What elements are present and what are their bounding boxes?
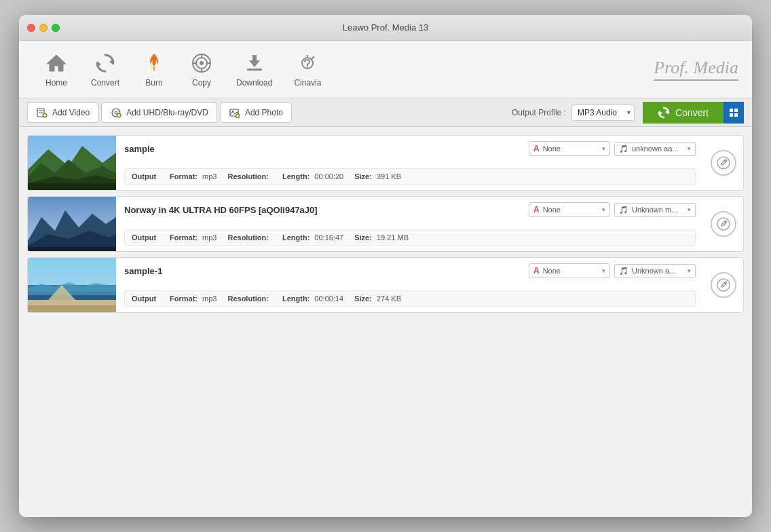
video-output-info: Output Format: mp3 Resolution: Length: 0…: [124, 229, 696, 246]
add-uhd-icon: [110, 107, 122, 119]
cinavia-icon: [295, 51, 320, 75]
svg-point-61: [717, 279, 730, 291]
output-profile-select[interactable]: MP3 Audio: [571, 104, 635, 121]
add-video-label: Add Video: [52, 108, 90, 117]
video-title: sample-1: [124, 266, 162, 276]
size-info: Size: 274 KB: [354, 294, 401, 303]
video-audio-dropdown[interactable]: 🎵 Unknown a... ▾: [614, 264, 696, 278]
profile-select-wrapper: MP3 Audio: [571, 104, 635, 121]
format-info: Format: mp3: [170, 294, 217, 303]
edit-icon: [717, 217, 730, 231]
svg-point-51: [717, 218, 730, 230]
dropdown-arrow-icon: ▾: [602, 267, 605, 274]
toolbar-home[interactable]: Home: [33, 45, 80, 93]
toolbar-copy-label: Copy: [192, 78, 211, 88]
add-photo-icon: [229, 107, 241, 119]
dropdown-arrow-icon: ▾: [688, 206, 691, 213]
video-audio-dropdown[interactable]: 🎵 Unknown m... ▾: [614, 203, 696, 217]
video-actions: [704, 197, 743, 251]
dropdown-arrow-icon: ▾: [602, 206, 605, 213]
svg-line-63: [721, 286, 722, 287]
svg-rect-36: [734, 109, 738, 112]
minimize-button[interactable]: [39, 24, 48, 32]
download-icon: [242, 51, 267, 75]
audio-value: unknown aa...: [632, 145, 679, 153]
video-header: sample A None ▾ 🎵 unknown aa... ▾: [124, 141, 696, 156]
thumbnail-image: [28, 136, 116, 190]
video-dropdowns: A None ▾ 🎵 Unknown a... ▾: [529, 263, 696, 278]
toolbar-cinavia[interactable]: Cinavia: [283, 45, 332, 93]
convert-side-button[interactable]: [723, 102, 744, 124]
toolbar-burn[interactable]: Burn: [130, 45, 178, 93]
video-subtitle-dropdown[interactable]: A None ▾: [529, 141, 610, 156]
svg-marker-2: [97, 61, 101, 67]
length-info: Length: 00:00:20: [282, 172, 343, 180]
dropdown-arrow-icon: ▾: [602, 145, 605, 152]
video-actions: [704, 258, 743, 312]
format-info: Format: mp3: [170, 233, 217, 242]
edit-button[interactable]: [711, 150, 736, 176]
toolbar-convert[interactable]: Convert: [80, 45, 130, 93]
svg-marker-57: [28, 282, 116, 295]
audio-value: Unknown m...: [632, 206, 677, 214]
video-dropdowns: A None ▾ 🎵 unknown aa... ▾: [529, 141, 696, 156]
svg-rect-43: [28, 183, 116, 190]
svg-rect-50: [28, 247, 116, 251]
add-photo-label: Add Photo: [245, 108, 283, 117]
convert-main-button[interactable]: Convert: [643, 102, 723, 124]
subtitle-icon: A: [533, 144, 540, 153]
svg-point-16: [307, 66, 308, 68]
output-label: Output: [132, 233, 159, 242]
add-photo-button[interactable]: Add Photo: [220, 102, 292, 123]
audio-icon: 🎵: [619, 267, 628, 276]
toolbar-burn-label: Burn: [145, 78, 162, 88]
copy-icon: [189, 51, 214, 75]
toolbar-download-label: Download: [236, 78, 272, 88]
toolbar-cinavia-label: Cinavia: [294, 78, 321, 88]
video-thumbnail: [28, 136, 116, 190]
maximize-button[interactable]: [52, 24, 60, 32]
video-actions: [704, 136, 743, 190]
subtitle-value: None: [543, 267, 561, 275]
dropdown-arrow-icon: ▾: [688, 267, 691, 274]
toolbar-copy[interactable]: Copy: [178, 45, 225, 93]
close-button[interactable]: [27, 24, 35, 32]
dropdown-arrow-icon: ▾: [688, 145, 691, 152]
output-profile: Output Profile : MP3 Audio: [512, 104, 635, 121]
video-dropdowns: A None ▾ 🎵 Unknown m... ▾: [529, 202, 696, 217]
svg-line-45: [725, 161, 726, 162]
edit-icon: [717, 278, 730, 292]
subtitle-value: None: [543, 206, 561, 214]
audio-value: Unknown a...: [632, 267, 675, 275]
edit-button[interactable]: [711, 211, 736, 237]
edit-button[interactable]: [711, 272, 736, 298]
audio-icon: 🎵: [619, 145, 628, 153]
output-label: Output: [132, 172, 159, 180]
video-subtitle-dropdown[interactable]: A None ▾: [529, 263, 610, 278]
resolution-info: Resolution:: [227, 294, 271, 303]
toolbar-convert-label: Convert: [91, 78, 119, 88]
svg-marker-11: [249, 55, 260, 67]
subtitle-icon: A: [533, 266, 540, 276]
svg-marker-1: [109, 59, 113, 65]
video-subtitle-dropdown[interactable]: A None ▾: [529, 202, 610, 217]
convert-icon: [93, 51, 117, 75]
video-item: Norway in 4K ULTRA HD 60FPS [aQOIi947aJ0…: [27, 196, 744, 252]
video-output-info: Output Format: mp3 Resolution: Length: 0…: [124, 168, 696, 185]
toolbar-download[interactable]: Download: [225, 45, 283, 93]
add-video-button[interactable]: Add Video: [27, 102, 98, 123]
svg-rect-10: [247, 69, 262, 71]
svg-rect-37: [730, 113, 733, 117]
video-header: Norway in 4K ULTRA HD 60FPS [aQOIi947aJ0…: [124, 202, 696, 217]
resolution-info: Resolution:: [227, 172, 271, 180]
video-row: Norway in 4K ULTRA HD 60FPS [aQOIi947aJ0…: [28, 197, 743, 251]
video-info: Norway in 4K ULTRA HD 60FPS [aQOIi947aJ0…: [116, 197, 704, 251]
add-uhd-button[interactable]: Add UHD/Blu-ray/DVD: [101, 102, 217, 123]
video-thumbnail: [28, 258, 116, 312]
main-toolbar: Home Convert Burn: [19, 41, 752, 98]
video-audio-dropdown[interactable]: 🎵 unknown aa... ▾: [614, 142, 696, 156]
size-info: Size: 391 KB: [354, 172, 401, 180]
audio-icon: 🎵: [619, 206, 628, 214]
video-row: sample-1 A None ▾ 🎵 Unknown a... ▾: [28, 258, 743, 312]
convert-button-group: Convert: [643, 102, 744, 124]
